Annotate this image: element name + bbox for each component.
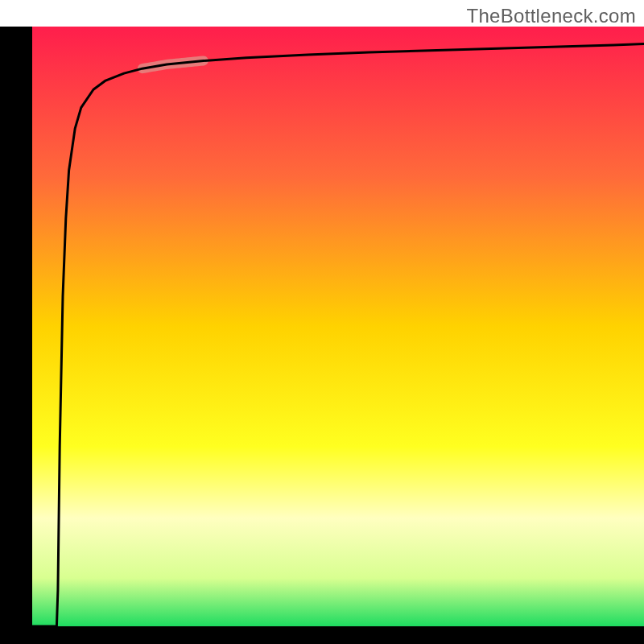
attribution-text: TheBottleneck.com (466, 5, 636, 27)
axis-bottom (0, 626, 644, 644)
axis-left (0, 27, 32, 644)
chart-root: TheBottleneck.com (0, 0, 644, 644)
plot-background (32, 27, 644, 626)
chart-svg (0, 0, 644, 644)
